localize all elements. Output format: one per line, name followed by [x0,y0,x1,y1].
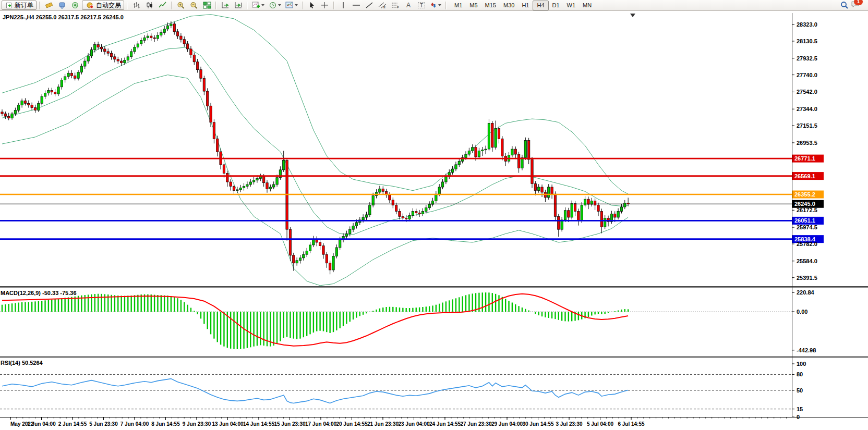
macd-tick-label: 220.84 [797,289,815,296]
metaeditor-icon [45,2,53,9]
price-badge-text: 26355.2 [794,191,815,198]
price-tick-label: 28323.0 [797,21,817,28]
signals-icon [71,2,79,9]
price-tick-label: 25391.5 [797,275,817,281]
new-order-icon [5,1,13,10]
date-tick-label: 20 Jun 14:55 [336,421,367,427]
date-tick-label: 6 Jul 14:55 [618,421,645,427]
chart-shift-button[interactable] [232,1,244,10]
timeframe-button-m5[interactable]: M5 [466,1,481,10]
cursor-icon [309,2,315,9]
price-tick-label: 27344.0 [797,106,817,112]
price-tick-label: 26172.5 [797,207,817,213]
new-order-label: 新订单 [15,1,33,10]
arrows-button[interactable] [428,1,443,10]
line-chart-icon [159,2,167,9]
timeframe-toolbar: M1M5M15M30H1H4D1W1MN [451,1,595,10]
timeframe-button-h4[interactable]: H4 [533,1,548,10]
market-watch-button[interactable] [56,1,68,10]
toolbar-separator [215,2,216,9]
date-tick-label: 5 Jun 23:30 [89,421,118,427]
macd-tick-label: -442.98 [797,347,816,353]
text-label-icon: T [417,2,426,9]
chart-area[interactable]: 26771.126569.126355.226245.026051.125838… [0,0,868,430]
fibonacci-button[interactable]: F [389,1,401,10]
date-tick-label: 24 Jun 14:55 [429,421,461,427]
market-watch-icon [58,2,66,9]
periods-button[interactable] [267,1,283,10]
chat-button[interactable]: 1 [851,1,860,10]
price-tick-label: 25974.5 [797,224,817,230]
rsi-tick-label: 15 [797,406,803,412]
timeframe-button-m15[interactable]: M15 [481,1,500,10]
auto-scroll-button[interactable] [219,1,231,10]
periods-icon [269,2,277,9]
date-tick-label: 5 Jul 04:00 [587,421,614,427]
timeframe-button-d1[interactable]: D1 [549,1,563,10]
autotrading-button[interactable]: 自动交易 [82,1,124,10]
search-button[interactable] [838,1,850,10]
auto-scroll-icon [221,2,230,9]
vertical-line-icon [341,2,346,9]
price-tick-label: 26953.5 [797,140,817,146]
line-chart-button[interactable] [156,1,168,10]
macd-tick-label: 0.00 [797,309,807,315]
metaeditor-button[interactable] [43,1,55,10]
price-tick-label: 27542.0 [797,89,817,95]
svg-text:F: F [397,6,399,9]
add-indicator-icon [252,2,260,9]
crosshair-icon [321,2,329,9]
price-tick-label: 27932.5 [797,55,817,62]
timeframe-button-m30[interactable]: M30 [500,1,518,10]
mt4-window: 新订单 自动交易 [0,0,868,430]
date-tick-label: 30 Jun 14:55 [522,421,553,427]
text-label-button[interactable]: T [415,1,427,10]
equidistant-channel-icon: E [378,2,387,9]
tile-windows-button[interactable] [201,1,213,10]
signals-button[interactable] [69,1,81,10]
bar-chart-button[interactable] [130,1,142,10]
timeframe-button-w1[interactable]: W1 [563,1,580,10]
add-indicator-caret [261,4,264,6]
zoom-out-button[interactable] [188,1,200,10]
horizontal-line-icon [352,2,360,9]
rsi-tick-label: 50 [797,387,803,394]
templates-caret [295,4,298,6]
text-button[interactable]: A [402,1,414,10]
templates-button[interactable] [284,1,299,10]
arrows-caret [438,4,441,6]
trendline-button[interactable] [363,1,375,10]
price-badge-text: 26569.1 [794,173,815,179]
autotrading-icon [86,1,94,10]
toolbar-separator [39,2,40,9]
toolbar-separator [247,2,248,9]
equidistant-channel-button[interactable]: E [376,1,388,10]
timeframe-button-mn[interactable]: MN [579,1,595,10]
toolbar-separator [445,2,447,9]
cursor-button[interactable] [306,1,318,10]
date-tick-label: 17 Jun 04:00 [305,421,336,427]
horizontal-line-button[interactable] [350,1,362,10]
notification-badge: 1 [854,0,863,5]
zoom-in-button[interactable] [175,1,187,10]
svg-text:T: T [420,3,423,8]
price-tick-label: 28130.5 [797,38,817,44]
crosshair-button[interactable] [319,1,331,10]
date-tick-label: 8 Jun 14:55 [151,421,180,427]
timeframe-button-m1[interactable]: M1 [451,1,466,10]
new-order-button[interactable]: 新订单 [2,1,37,10]
search-icon [840,1,849,9]
vertical-line-button[interactable] [337,1,349,10]
candlestick-chart-button[interactable] [143,1,155,10]
date-tick-label: 3 Jul 23:30 [556,421,583,427]
zoom-in-icon [177,2,185,9]
date-tick-label: 7 Jun 04:00 [120,421,149,427]
add-indicator-button[interactable] [250,1,266,10]
timeframe-button-h1[interactable]: H1 [518,1,533,10]
date-tick-label: 27 Jun 23:30 [460,421,491,427]
price-tick-label: 25584.0 [797,258,817,264]
price-badge-text: 26051.1 [794,217,815,224]
date-tick-label: 14 Jun 14:55 [243,421,274,427]
arrows-icon [430,2,437,9]
macd-indicator-label: MACD(12,26,9) -50.33 -75.36 [1,290,77,296]
